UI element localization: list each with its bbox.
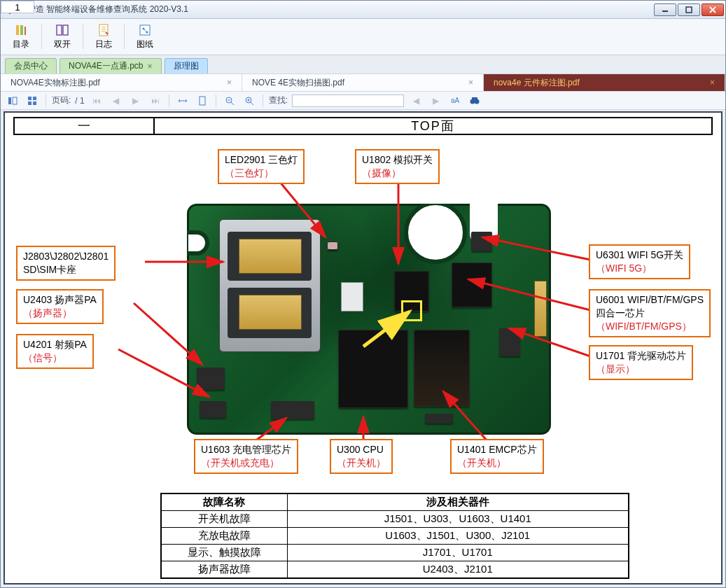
- find-prev-button[interactable]: ◀: [408, 94, 424, 108]
- svg-rect-15: [8, 97, 11, 104]
- svg-line-28: [251, 102, 253, 105]
- drawing-button[interactable]: 图纸: [129, 22, 161, 52]
- page-header-index: 一: [15, 118, 155, 134]
- svg-rect-16: [13, 97, 17, 104]
- svg-line-36: [118, 349, 209, 397]
- dual-button[interactable]: 双开: [46, 22, 78, 52]
- doc-tab-2[interactable]: NOVE 4E实物扫描图.pdf×: [242, 74, 484, 91]
- table-header-row: 故障名称 涉及相关器件: [161, 493, 629, 511]
- page-header-title: TOP面: [155, 118, 711, 134]
- callout-j2803: J2803\J2802\J2801SD\SIM卡座: [16, 246, 116, 281]
- callout-u1701: U1701 背光驱动芯片（显示）: [589, 345, 693, 380]
- callout-u4201: U4201 射频PA（信号）: [16, 334, 94, 369]
- sidebar-toggle-button[interactable]: [5, 94, 20, 108]
- first-page-button[interactable]: ⏮: [89, 94, 104, 108]
- svg-line-39: [443, 391, 488, 442]
- dual-label: 双开: [54, 38, 71, 50]
- pdf-page: 一 TOP面: [5, 113, 721, 583]
- th-components: 涉及相关器件: [287, 493, 629, 511]
- svg-line-40: [482, 237, 590, 260]
- log-label: 日志: [95, 38, 112, 50]
- last-page-button[interactable]: ⏭: [148, 94, 163, 108]
- page-total: / 1: [75, 96, 84, 106]
- main-tabstrip: 会员中心 NOVA4E一点通.pcb× 原理图: [1, 55, 725, 74]
- drawing-label: 图纸: [137, 38, 153, 50]
- maximize-button[interactable]: [678, 4, 700, 16]
- svg-line-35: [134, 303, 202, 365]
- callout-u1802: U1802 模拟开关（摄像）: [355, 149, 440, 184]
- table-row: 充放电故障U1603、J1501、U300、J2101: [161, 528, 629, 545]
- tab-pcb-file[interactable]: NOVA4E一点通.pcb×: [60, 58, 162, 74]
- zoom-in-button[interactable]: [242, 94, 257, 108]
- main-toolbar: 目录 双开 日志 图纸: [1, 19, 725, 55]
- window-controls: [654, 4, 724, 16]
- close-button[interactable]: [701, 4, 724, 16]
- svg-rect-5: [16, 25, 19, 35]
- table-row: 扬声器故障U2403、J2101: [161, 561, 629, 579]
- tab-member-center[interactable]: 会员中心: [5, 58, 57, 74]
- pdf-viewer[interactable]: 一 TOP面: [4, 111, 722, 584]
- next-page-button[interactable]: ▶: [128, 94, 144, 108]
- callout-u1603: U1603 充电管理芯片（开关机或充电）: [194, 439, 298, 474]
- svg-rect-31: [472, 97, 477, 100]
- log-icon: [97, 23, 111, 37]
- svg-rect-9: [63, 25, 68, 35]
- thumbnails-button[interactable]: [25, 94, 40, 108]
- table-row: 开关机故障J1501、U303、U1603、U1401: [161, 511, 629, 528]
- svg-rect-7: [25, 27, 26, 35]
- close-icon[interactable]: ×: [147, 62, 152, 71]
- binoculars-icon[interactable]: [467, 94, 482, 108]
- svg-rect-18: [33, 97, 36, 100]
- doc-tab-1[interactable]: NOVA4E实物标注图.pdf×: [1, 74, 242, 91]
- fit-width-button[interactable]: [175, 94, 190, 108]
- fault-table: 故障名称 涉及相关器件 开关机故障J1501、U303、U1603、U1401 …: [160, 493, 629, 579]
- svg-rect-2: [686, 7, 692, 13]
- svg-line-41: [468, 279, 590, 310]
- callout-u1401: U1401 EMCP芯片（开关机）: [450, 439, 544, 474]
- find-input[interactable]: [292, 94, 404, 107]
- page-label: 页码:: [52, 94, 71, 106]
- window-title: 鑫智造 智能终端设备维修查询系统 2020-V3.1: [19, 4, 188, 15]
- callout-u300: U300 CPU（开关机）: [330, 439, 393, 474]
- close-icon[interactable]: ×: [710, 78, 715, 88]
- pdf-toolbar: 页码: / 1 ⏮ ◀ ▶ ⏭ 查找: ◀ ▶ aA: [1, 92, 725, 110]
- minimize-button[interactable]: [654, 4, 676, 16]
- document-tabstrip: NOVA4E实物标注图.pdf× NOVE 4E实物扫描图.pdf× nova4…: [1, 74, 725, 92]
- svg-line-43: [363, 312, 410, 346]
- svg-line-37: [254, 418, 286, 442]
- match-case-button[interactable]: aA: [447, 94, 463, 108]
- svg-line-42: [509, 328, 590, 356]
- callout-u2403: U2403 扬声器PA（扬声器）: [16, 289, 104, 324]
- board-diagram: LED2901 三色灯（三色灯） U1802 模拟开关（摄像） J2803\J2…: [13, 139, 713, 478]
- svg-rect-19: [28, 102, 32, 105]
- page-header: 一 TOP面: [13, 117, 713, 135]
- doc-tab-3[interactable]: nova4e 元件标注图.pdf×: [484, 74, 725, 91]
- table-row: 显示、触摸故障J1701、U1701: [161, 545, 629, 561]
- app-window: 鑫智造 智能终端设备维修查询系统 2020-V3.1 目录 双开 日志: [0, 0, 726, 588]
- fit-page-button[interactable]: [195, 94, 210, 108]
- svg-rect-8: [57, 25, 62, 35]
- title-bar[interactable]: 鑫智造 智能终端设备维修查询系统 2020-V3.1: [1, 1, 725, 19]
- zoom-out-button[interactable]: [222, 94, 237, 108]
- page-input[interactable]: [1, 1, 34, 13]
- th-fault-name: 故障名称: [161, 493, 287, 511]
- drawing-icon: [138, 23, 152, 37]
- log-button[interactable]: 日志: [88, 22, 120, 52]
- callout-led2901: LED2901 三色灯（三色灯）: [218, 149, 305, 184]
- callout-u6301: U6301 WIFI 5G开关（WIFI 5G）: [589, 244, 690, 279]
- svg-line-24: [231, 102, 234, 105]
- close-icon[interactable]: ×: [468, 78, 473, 88]
- find-label: 查找:: [269, 94, 288, 106]
- tab-schematic[interactable]: 原理图: [165, 58, 208, 74]
- svg-rect-21: [200, 97, 205, 105]
- svg-rect-20: [33, 102, 36, 105]
- catalog-icon: [14, 23, 28, 37]
- close-icon[interactable]: ×: [227, 78, 232, 88]
- prev-page-button[interactable]: ◀: [109, 94, 124, 108]
- catalog-label: 目录: [13, 38, 29, 50]
- callout-u6001: U6001 WIFI/BT/FM/GPS四合一芯片（WIFI/BT/FM/GPS…: [589, 289, 711, 337]
- find-next-button[interactable]: ▶: [428, 94, 443, 108]
- svg-rect-17: [28, 97, 32, 100]
- svg-rect-6: [20, 25, 23, 35]
- catalog-button[interactable]: 目录: [5, 22, 37, 52]
